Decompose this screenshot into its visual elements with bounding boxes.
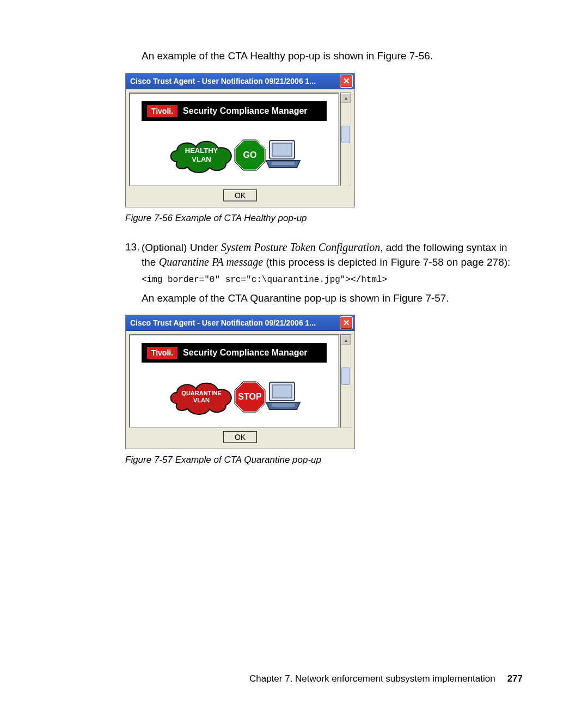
window-title: Cisco Trust Agent - User Notification 09… [130,318,316,327]
svg-rect-3 [272,143,292,156]
vertical-scrollbar[interactable]: ▴ [340,93,351,186]
close-icon[interactable]: ✕ [340,316,353,329]
titlebar: Cisco Trust Agent - User Notification 09… [126,73,354,89]
code-snippet: <img border="0" src="c:\quarantine.jpg">… [142,275,523,285]
stop-sign-icon: STOP [232,379,267,414]
window-title: Cisco Trust Agent - User Notification 09… [130,77,316,85]
step-13: 13. (Optional) Under System Posture Toke… [125,240,523,269]
figure-57-caption: Figure 7-57 Example of CTA Quarantine po… [125,455,523,465]
cta-quarantine-popup: Cisco Trust Agent - User Notification 09… [125,315,355,449]
ok-button[interactable]: OK [223,189,257,201]
scroll-thumb[interactable] [341,126,350,143]
tivoli-logo: Tivoli. [147,347,177,359]
laptop-icon [264,379,302,414]
quarantine-vlan-cloud-icon: QUARANTINE VLAN [166,379,237,415]
laptop-icon [264,138,302,173]
intro-text-1: An example of the CTA Healthy pop-up is … [142,49,523,63]
scroll-up-icon[interactable]: ▴ [341,335,351,345]
ok-button[interactable]: OK [223,431,257,443]
svg-rect-4 [272,162,295,165]
cta-healthy-popup: Cisco Trust Agent - User Notification 09… [125,73,355,207]
vertical-scrollbar[interactable]: ▴ [340,334,351,428]
figure-56-caption: Figure 7-56 Example of CTA Healthy pop-u… [125,213,523,224]
banner-text: Security Compliance Manager [183,106,308,116]
close-icon[interactable]: ✕ [340,75,353,88]
banner-text: Security Compliance Manager [183,348,308,358]
healthy-vlan-cloud-icon: HEALTHY VLAN [166,137,237,173]
svg-rect-9 [272,403,295,407]
tivoli-banner: Tivoli. Security Compliance Manager [142,343,327,363]
titlebar: Cisco Trust Agent - User Notification 09… [126,315,354,331]
scroll-thumb[interactable] [341,367,350,385]
go-sign-icon: GO [232,138,267,173]
tivoli-banner: Tivoli. Security Compliance Manager [142,101,327,121]
popup-content: Tivoli. Security Compliance Manager QUAR… [129,334,339,428]
intro-text-2: An example of the CTA Quarantine pop-up … [142,291,523,305]
scroll-up-icon[interactable]: ▴ [341,93,351,103]
svg-rect-8 [272,385,292,398]
popup-content: Tivoli. Security Compliance Manager HEAL… [129,93,339,186]
page-footer: Chapter 7. Network enforcement subsystem… [249,673,523,684]
tivoli-logo: Tivoli. [147,105,177,117]
